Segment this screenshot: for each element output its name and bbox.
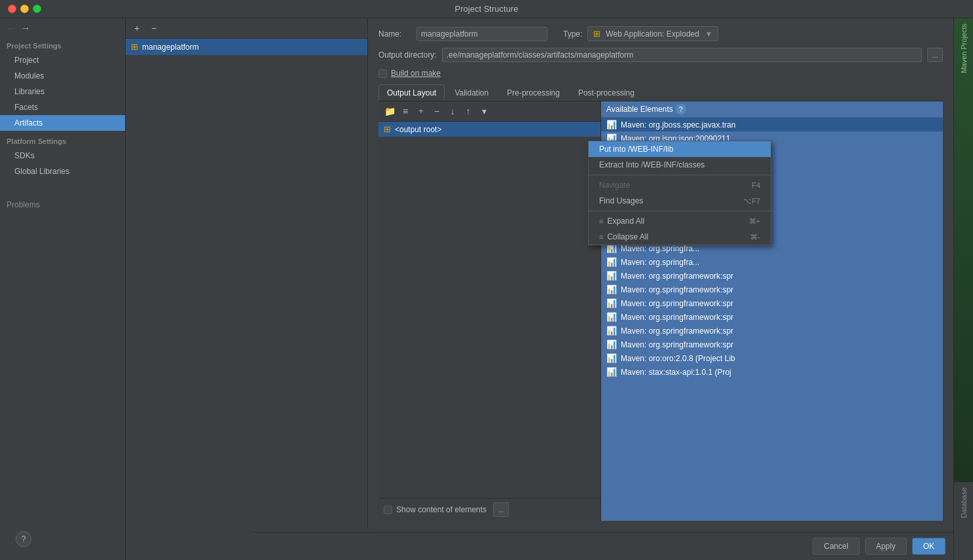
name-label: Name: [378, 29, 411, 39]
sidebar-item-sdks[interactable]: SDKs [0, 148, 125, 164]
platform-settings-header: Platform Settings [0, 131, 125, 148]
output-menu-btn[interactable]: ▾ [477, 104, 491, 118]
context-menu-separator-2 [589, 211, 771, 211]
tab-validation[interactable]: Validation [446, 84, 497, 101]
database-tab[interactable]: Database [956, 482, 972, 523]
context-menu-label: Put into /WEB-INF/lib [599, 145, 673, 154]
output-remove-btn[interactable]: − [430, 104, 444, 118]
sidebar-item-facets[interactable]: Facets [0, 99, 125, 115]
artifact-name: manageplatform [142, 43, 199, 52]
maximize-button[interactable] [33, 5, 41, 13]
list-item[interactable]: 📊 Maven: org.springframework:spr [601, 269, 943, 283]
list-item[interactable]: 📊 Maven: org.springframework:spr [601, 310, 943, 324]
cancel-button[interactable]: Cancel [813, 538, 859, 555]
output-list-icon[interactable]: ≡ [398, 104, 413, 118]
context-menu-label: Extract Into /WEB-INF/classes [599, 160, 705, 169]
maven-icon: 📊 [606, 353, 617, 363]
sidebar-item-artifacts[interactable]: Artifacts [0, 115, 125, 131]
maven-icon: 📊 [606, 285, 617, 294]
context-menu-navigate: Navigate F4 [589, 177, 771, 193]
output-dir-browse-button[interactable]: ... [927, 48, 943, 62]
context-menu-find-usages[interactable]: Find Usages ⌥F7 [589, 193, 771, 209]
type-select[interactable]: ⊞ Web Application: Exploded ▼ [587, 26, 718, 41]
context-menu-collapse-all[interactable]: ≡ Collapse All ⌘- [589, 229, 771, 245]
project-settings-header: Project Settings [0, 38, 125, 52]
window-title: Project Structure [455, 4, 519, 14]
maven-icon: 📊 [606, 120, 617, 130]
nav-forward[interactable]: → [20, 22, 31, 34]
window-controls [8, 5, 41, 13]
sidebar-item-modules[interactable]: Modules [0, 68, 125, 84]
show-content-checkbox[interactable] [384, 506, 392, 514]
element-text: Maven: org.springframework:spr [621, 299, 733, 308]
maven-icon: 📊 [606, 340, 617, 349]
list-item[interactable]: 📊 Maven: org.springframework:spr [601, 338, 943, 351]
list-item[interactable]: 📊 Maven: org.springframework:spr [601, 324, 943, 338]
problems-label: Problems [0, 192, 125, 212]
context-menu-expand-all[interactable]: ≡ Expand All ⌘+ [589, 213, 771, 229]
output-tree-panel: 📁 ≡ + − ↓ ↑ ▾ ⊞ <output root> [378, 101, 601, 521]
context-menu-extract-into[interactable]: Extract Into /WEB-INF/classes [589, 157, 771, 173]
show-content-btn[interactable]: ... [493, 502, 509, 517]
maven-projects-tab[interactable]: Maven Projects [956, 18, 972, 79]
type-value: Web Application: Exploded [606, 29, 699, 39]
context-menu-shortcut: ⌘- [750, 233, 760, 241]
output-up-btn[interactable]: ↑ [461, 104, 475, 118]
maven-icon: 📊 [606, 367, 617, 377]
show-content-row: Show content of elements ... [378, 498, 600, 521]
context-menu-shortcut: F4 [752, 181, 760, 189]
bottom-bar: Cancel Apply OK [251, 532, 953, 560]
context-menu-separator-1 [589, 175, 771, 175]
output-folder-icon[interactable]: 📁 [382, 104, 397, 118]
list-item[interactable]: 📊 Maven: oro:oro:2.0.8 (Project Lib [601, 351, 943, 365]
output-root-icon: ⊞ [384, 124, 391, 134]
list-item[interactable]: 📊 Maven: stax:stax-api:1.0.1 (Proj [601, 365, 943, 379]
output-dir-row: Output directory: ... [378, 48, 943, 62]
tab-post-processing[interactable]: Post-processing [570, 84, 643, 101]
apply-button[interactable]: Apply [865, 538, 907, 555]
maven-icon: 📊 [606, 326, 617, 336]
add-artifact-button[interactable]: + [130, 21, 144, 35]
output-dir-label: Output directory: [378, 50, 437, 60]
ok-button[interactable]: OK [912, 538, 945, 555]
minimize-button[interactable] [20, 5, 29, 13]
sidebar-item-project[interactable]: Project [0, 52, 125, 68]
element-text: Maven: org.springframework:spr [621, 271, 733, 281]
context-menu-shortcut: ⌥F7 [743, 197, 760, 205]
sidebar-item-libraries[interactable]: Libraries [0, 84, 125, 99]
remove-artifact-button[interactable]: − [147, 21, 161, 35]
nav-back[interactable]: ← [5, 22, 17, 34]
maven-icon: 📊 [606, 257, 617, 267]
close-button[interactable] [8, 5, 16, 13]
artifact-item-manageplatform[interactable]: ⊞ manageplatform [126, 39, 367, 55]
output-root-label: <output root> [395, 125, 441, 134]
element-text: Maven: org.jboss.spec.javax.tran [621, 120, 735, 130]
context-menu-put-into-lib[interactable]: Put into /WEB-INF/lib [589, 141, 771, 157]
list-item[interactable]: 📊 Maven: org.springframework:spr [601, 296, 943, 310]
maven-icon: 📊 [606, 312, 617, 322]
name-input[interactable] [416, 27, 547, 41]
list-item[interactable]: 📊 Maven: org.jboss.spec.javax.tran [601, 118, 943, 131]
output-add-btn[interactable]: + [414, 104, 428, 118]
build-on-make-row: Build on make [378, 69, 943, 78]
element-text: Maven: stax:stax-api:1.0.1 (Proj [621, 368, 731, 377]
output-root-item[interactable]: ⊞ <output root> [378, 122, 600, 137]
output-toolbar: 📁 ≡ + − ↓ ↑ ▾ [378, 101, 600, 122]
tab-pre-processing[interactable]: Pre-processing [498, 84, 568, 101]
tab-output-layout[interactable]: Output Layout [378, 84, 445, 101]
list-item[interactable]: 📊 Maven: org.springfra... [601, 255, 943, 269]
context-menu-shortcut: ⌘+ [749, 217, 760, 226]
right-panel: Maven Projects Database [953, 18, 973, 560]
context-menu-label: Find Usages [599, 196, 643, 205]
build-on-make-checkbox[interactable] [378, 69, 387, 78]
build-on-make-label[interactable]: Build on make [391, 69, 441, 78]
output-down-btn[interactable]: ↓ [445, 104, 460, 118]
sidebar-item-global-libraries[interactable]: Global Libraries [0, 164, 125, 179]
element-text: Maven: org.springframework:spr [621, 285, 733, 294]
help-button[interactable]: ? [16, 531, 31, 547]
artifact-list-panel: + − ⊞ manageplatform [126, 18, 368, 529]
list-item[interactable]: 📊 Maven: org.springframework:spr [601, 283, 943, 296]
title-bar: Project Structure [0, 0, 973, 18]
output-dir-input[interactable] [442, 48, 922, 62]
available-elements-help-icon[interactable]: ? [676, 104, 686, 114]
